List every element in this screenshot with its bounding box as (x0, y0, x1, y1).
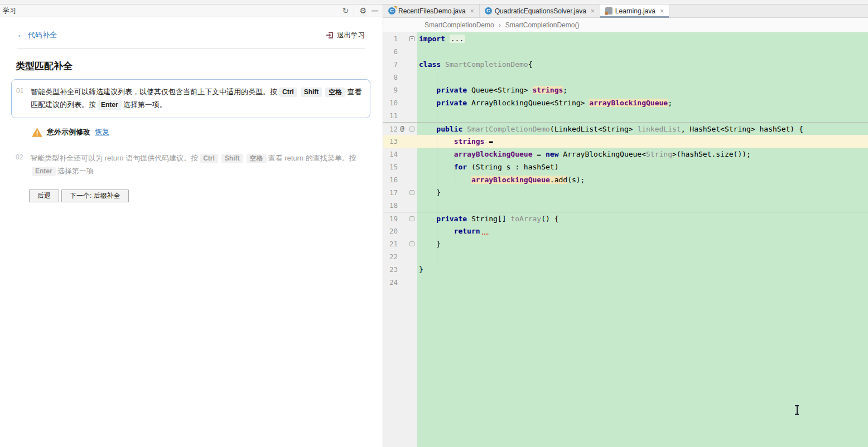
code-line-8[interactable]: 8 (383, 71, 868, 84)
step-1-segment-1: 智能类型补全可以筛选建议列表，以使其仅包含当前上下文中适用的类型。按 (31, 88, 277, 96)
header-divider (17, 48, 365, 48)
fold-marker-icon[interactable]: + (409, 36, 414, 41)
gutter-annotation-column (398, 58, 407, 71)
code-text[interactable]: arrayBlockingQueue.add(s); (417, 173, 868, 186)
code-line-16[interactable]: 16 arrayBlockingQueue.add(s); (383, 173, 868, 186)
gutter-fold-column (407, 135, 417, 148)
back-button[interactable]: 后退 (29, 190, 59, 202)
restore-link[interactable]: 恢复 (95, 127, 109, 137)
exit-learning-button[interactable]: 退出学习 (326, 31, 365, 40)
code-line-7[interactable]: 7class SmartCompletionDemo{ (383, 58, 868, 71)
code-text[interactable]: } (417, 263, 868, 276)
code-text[interactable]: private Queue<String> strings; (417, 84, 868, 96)
fold-marker-icon[interactable] (409, 241, 414, 246)
fold-marker-icon[interactable] (409, 190, 414, 195)
code-text[interactable]: } (417, 237, 868, 250)
breadcrumb-class[interactable]: SmartCompletionDemo (425, 21, 494, 29)
gutter-fold-column (407, 109, 417, 122)
tab-label: QuadraticEquationsSolver.java (495, 7, 586, 15)
code-line-18[interactable]: 18 (383, 199, 868, 212)
code-line-22[interactable]: 22 (383, 250, 868, 263)
back-to-course-link[interactable]: ←代码补全 (17, 30, 57, 40)
step-1-number: 01 (16, 85, 31, 111)
code-area-filler[interactable] (383, 289, 868, 447)
code-line-24[interactable]: 24 (383, 276, 868, 289)
code-line-17[interactable]: 17 } (383, 186, 868, 199)
gutter-fold-column (407, 84, 417, 96)
breadcrumb-method[interactable]: SmartCompletionDemo() (505, 21, 580, 29)
code-text[interactable] (417, 250, 868, 263)
code-area[interactable]: 1+import ...67class SmartCompletionDemo{… (383, 32, 868, 447)
tab-quadraticequationssolver[interactable]: C QuadraticEquationsSolver.java × (480, 4, 600, 17)
gutter-annotation-column (398, 32, 407, 45)
next-lesson-button[interactable]: 下一个: 后缀补全 (61, 190, 129, 202)
line-number: 10 (383, 96, 398, 109)
gutter-fold-column (407, 250, 417, 263)
gutter-fold-column (407, 58, 417, 71)
code-line-20[interactable]: 20 return (383, 225, 868, 237)
gutter-annotation-column (398, 84, 407, 96)
back-link-label: 代码补全 (28, 31, 57, 39)
code-text[interactable] (417, 276, 868, 289)
code-text[interactable] (417, 71, 868, 84)
code-text[interactable]: private String[] toArray() { (417, 212, 868, 225)
code-text[interactable]: return (417, 225, 868, 237)
code-text[interactable]: class SmartCompletionDemo{ (417, 58, 868, 71)
close-tab-icon[interactable]: × (591, 7, 595, 15)
code-text[interactable] (417, 109, 868, 122)
gutter-fold-column (407, 173, 417, 186)
line-number: 21 (383, 237, 398, 250)
key-space-disabled: 空格 (247, 154, 267, 163)
code-line-6[interactable]: 6 (383, 45, 868, 58)
fold-marker-icon[interactable] (409, 216, 414, 221)
code-line-19[interactable]: 19 private String[] toArray() { (383, 212, 868, 225)
gutter-annotation-column (398, 276, 407, 289)
code-text[interactable]: strings = (417, 135, 868, 148)
code-line-23[interactable]: 23} (383, 263, 868, 276)
code-line-13[interactable]: 13 strings = (383, 135, 868, 148)
annotation-gutter-icon: @ (398, 123, 407, 135)
lesson-buttons: 后退 下一个: 后缀补全 (29, 190, 383, 202)
filler (398, 289, 407, 447)
gutter-annotation-column (398, 186, 407, 199)
gutter-fold-column (407, 186, 417, 199)
gutter-fold-column (407, 148, 417, 161)
gutter-annotation-column (398, 45, 407, 58)
breadcrumb: SmartCompletionDemo › SmartCompletionDem… (383, 18, 868, 32)
key-shift: Shift (301, 88, 322, 97)
code-line-9[interactable]: 9 private Queue<String> strings; (383, 84, 868, 96)
key-space: 空格 (325, 88, 345, 97)
close-tab-icon[interactable]: × (660, 7, 664, 15)
code-text[interactable]: arrayBlockingQueue = new ArrayBlockingQu… (417, 148, 868, 161)
code-line-1[interactable]: 1+import ... (383, 32, 868, 45)
code-line-11[interactable]: 11 (383, 109, 868, 122)
close-tab-icon[interactable]: × (470, 7, 474, 15)
code-line-21[interactable]: 21 } (383, 237, 868, 250)
tab-learning-active[interactable]: Learning.java × (600, 4, 669, 17)
tab-recentfilesdemo[interactable]: C RecentFilesDemo.java × (383, 4, 480, 17)
code-text[interactable]: public SmartCompletionDemo(LinkedList<St… (417, 123, 868, 135)
step-2-segment-3: 选择第一项 (57, 167, 94, 175)
code-line-15[interactable]: 15 for (String s : hashSet) (383, 161, 868, 173)
code-text[interactable]: for (String s : hashSet) (417, 161, 868, 173)
code-text[interactable]: import ... (417, 32, 868, 45)
code-text[interactable]: private ArrayBlockingQueue<String> array… (417, 96, 868, 109)
line-number: 15 (383, 161, 398, 173)
code-line-14[interactable]: 14 arrayBlockingQueue = new ArrayBlockin… (383, 148, 868, 161)
learn-panel-header: 学习 ↻ ⚙ — (0, 4, 383, 17)
indent-guide (455, 225, 455, 237)
restart-lesson-icon[interactable]: ↻ (343, 6, 349, 15)
gutter-annotation-column (398, 263, 407, 276)
code-line-12[interactable]: 12@ public SmartCompletionDemo(LinkedLis… (383, 122, 868, 135)
step-1-box: 01 智能类型补全可以筛选建议列表，以使其仅包含当前上下文中适用的类型。按Ctr… (11, 79, 370, 118)
gutter-fold-column (407, 212, 417, 225)
code-text[interactable]: } (417, 186, 868, 199)
code-text[interactable] (417, 45, 868, 58)
line-number: 1 (383, 32, 398, 45)
code-line-10[interactable]: 10 private ArrayBlockingQueue<String> ar… (383, 96, 868, 109)
fold-marker-icon[interactable] (409, 127, 414, 132)
settings-gear-icon[interactable]: ⚙ (359, 6, 367, 15)
step-2-segment-1: 智能类型补全还可以为 return 语句提供代码建议。按 (30, 154, 198, 162)
code-text[interactable] (417, 199, 868, 212)
hide-panel-icon[interactable]: — (372, 6, 378, 15)
